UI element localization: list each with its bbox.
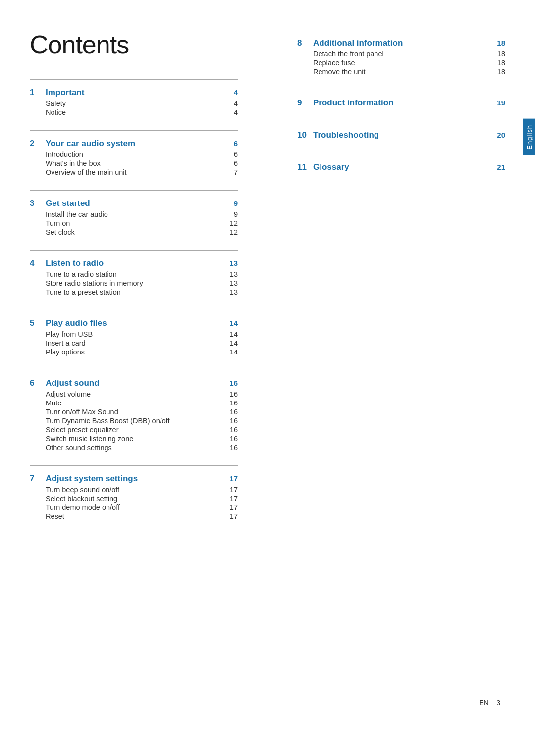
sub-item-text: Play options bbox=[46, 348, 85, 356]
section-title: Additional information bbox=[313, 38, 403, 48]
section-number: 8 bbox=[297, 38, 308, 48]
sub-item-page: 16 bbox=[224, 408, 238, 416]
sub-item-page: 4 bbox=[224, 100, 238, 107]
section-divider bbox=[30, 190, 238, 191]
sub-item-page: 16 bbox=[224, 426, 238, 434]
section-page-number: 6 bbox=[224, 139, 238, 148]
sub-item-page: 14 bbox=[224, 330, 238, 338]
sub-item-text: Select preset equalizer bbox=[46, 426, 119, 434]
section-number: 3 bbox=[30, 199, 41, 208]
sub-item-text: Tune to a radio station bbox=[46, 270, 117, 278]
section-title: Adjust sound bbox=[46, 378, 100, 388]
section-1: 1Important4Safety4Notice4 bbox=[30, 79, 238, 116]
section-5: 5Play audio files14Play from USB14Insert… bbox=[30, 310, 238, 356]
sub-item-page: 4 bbox=[224, 108, 238, 116]
section-divider bbox=[297, 122, 505, 122]
sub-item-text: Turn on bbox=[46, 219, 70, 227]
sub-item: Overview of the main unit7 bbox=[30, 168, 238, 176]
sub-item-text: Tunr on/off Max Sound bbox=[46, 408, 118, 416]
sub-item-text: Insert a card bbox=[46, 339, 86, 347]
section-title: Adjust system settings bbox=[46, 474, 138, 484]
sub-item-page: 12 bbox=[224, 228, 238, 236]
sub-item-page: 6 bbox=[224, 151, 238, 158]
section-divider bbox=[297, 30, 505, 30]
section-page-number: 21 bbox=[491, 163, 505, 171]
sub-item-text: Remove the unit bbox=[313, 68, 366, 76]
sub-item: Detach the front panel18 bbox=[297, 50, 505, 58]
sub-item-page: 18 bbox=[491, 50, 505, 58]
sub-item-page: 7 bbox=[224, 168, 238, 176]
section-divider bbox=[297, 90, 505, 90]
sub-item-text: Play from USB bbox=[46, 330, 93, 338]
sub-item-text: Turn demo mode on/off bbox=[46, 504, 120, 511]
section-10: 10Troubleshooting20 bbox=[297, 122, 505, 140]
sub-item: What's in the box6 bbox=[30, 159, 238, 167]
sub-item: Introduction6 bbox=[30, 151, 238, 158]
sub-item: Select preset equalizer16 bbox=[30, 426, 238, 434]
section-number: 11 bbox=[297, 162, 308, 172]
section-divider bbox=[30, 465, 238, 466]
sub-item-page: 14 bbox=[224, 339, 238, 347]
sub-item-text: Other sound settings bbox=[46, 444, 112, 452]
sub-item: Play options14 bbox=[30, 348, 238, 356]
sub-item: Tune to a radio station13 bbox=[30, 270, 238, 278]
section-header: 7Adjust system settings17 bbox=[30, 474, 238, 484]
section-page-number: 13 bbox=[224, 259, 238, 267]
sub-item: Turn on12 bbox=[30, 219, 238, 227]
section-title: Glossary bbox=[313, 162, 349, 172]
section-divider bbox=[30, 370, 238, 370]
section-number: 10 bbox=[297, 130, 308, 140]
sub-item-page: 17 bbox=[224, 495, 238, 503]
section-header: 11Glossary21 bbox=[297, 162, 505, 172]
section-header: 5Play audio files14 bbox=[30, 318, 238, 328]
sub-item: Play from USB14 bbox=[30, 330, 238, 338]
sub-item-page: 12 bbox=[224, 219, 238, 227]
page: Contents 1Important4Safety4Notice42Your … bbox=[0, 0, 535, 756]
section-page-number: 17 bbox=[224, 474, 238, 483]
sub-item-page: 14 bbox=[224, 348, 238, 356]
section-6: 6Adjust sound16Adjust volume16Mute16Tunr… bbox=[30, 370, 238, 452]
sub-item-page: 16 bbox=[224, 444, 238, 452]
section-title: Product information bbox=[313, 98, 393, 108]
sub-item-text: Introduction bbox=[46, 151, 83, 158]
sub-item-text: Mute bbox=[46, 399, 61, 407]
section-title: Listen to radio bbox=[46, 258, 104, 268]
sub-item: Other sound settings16 bbox=[30, 444, 238, 452]
sub-item-page: 13 bbox=[224, 288, 238, 296]
footer-lang: EN bbox=[479, 699, 488, 706]
sub-item-text: Detach the front panel bbox=[313, 50, 384, 58]
section-7: 7Adjust system settings17Turn beep sound… bbox=[30, 465, 238, 520]
sub-item-text: Set clock bbox=[46, 228, 75, 236]
section-header: 1Important4 bbox=[30, 88, 238, 98]
sub-item-page: 9 bbox=[224, 210, 238, 218]
section-page-number: 20 bbox=[491, 131, 505, 139]
sub-item-page: 17 bbox=[224, 486, 238, 494]
sub-item: Adjust volume16 bbox=[30, 390, 238, 398]
sub-item: Turn demo mode on/off17 bbox=[30, 504, 238, 511]
section-header: 3Get started9 bbox=[30, 199, 238, 208]
sub-item: Turn Dynamic Bass Boost (DBB) on/off16 bbox=[30, 417, 238, 425]
sub-item-page: 18 bbox=[491, 68, 505, 76]
left-column: Contents 1Important4Safety4Notice42Your … bbox=[0, 30, 268, 726]
section-number: 1 bbox=[30, 88, 41, 98]
sub-item-text: Turn Dynamic Bass Boost (DBB) on/off bbox=[46, 417, 170, 425]
section-2: 2Your car audio system6Introduction6What… bbox=[30, 130, 238, 176]
sub-item-text: Replace fuse bbox=[313, 59, 355, 67]
section-8: 8Additional information18Detach the fron… bbox=[297, 30, 505, 76]
sub-item-text: Select blackout setting bbox=[46, 495, 117, 503]
sub-item: Set clock12 bbox=[30, 228, 238, 236]
sub-item: Mute16 bbox=[30, 399, 238, 407]
sub-item-text: Safety bbox=[46, 100, 66, 107]
sub-item-page: 16 bbox=[224, 435, 238, 443]
sub-item-text: Overview of the main unit bbox=[46, 168, 127, 176]
section-page-number: 14 bbox=[224, 319, 238, 327]
sub-item-text: Notice bbox=[46, 108, 66, 116]
section-title: Troubleshooting bbox=[313, 130, 379, 140]
section-header: 8Additional information18 bbox=[297, 38, 505, 48]
sub-item-text: Switch music listening zone bbox=[46, 435, 133, 443]
section-number: 9 bbox=[297, 98, 308, 108]
sub-item-text: Adjust volume bbox=[46, 390, 91, 398]
section-number: 6 bbox=[30, 378, 41, 388]
sub-item: Switch music listening zone16 bbox=[30, 435, 238, 443]
section-header: 6Adjust sound16 bbox=[30, 378, 238, 388]
